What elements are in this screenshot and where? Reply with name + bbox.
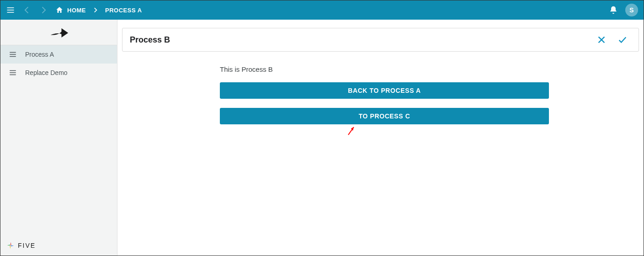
- sidebar-item-process-a[interactable]: Process A: [0, 45, 117, 64]
- sidebar-top: [0, 20, 117, 45]
- svg-marker-11: [10, 245, 11, 249]
- page-title: Process B: [130, 35, 589, 45]
- svg-marker-10: [11, 245, 14, 246]
- svg-marker-12: [7, 245, 11, 245]
- home-icon: [55, 6, 64, 14]
- body: Process A Replace Demo FIVE: [0, 20, 644, 256]
- share-arrow-icon[interactable]: [49, 26, 69, 39]
- bell-icon[interactable]: [609, 5, 618, 15]
- close-icon[interactable]: [593, 33, 610, 47]
- hamburger-icon: [9, 50, 17, 59]
- check-icon[interactable]: [614, 33, 631, 47]
- breadcrumb-home-label: HOME: [67, 7, 86, 14]
- svg-marker-9: [11, 242, 11, 246]
- sidebar-items: Process A Replace Demo: [0, 45, 117, 235]
- breadcrumb-current[interactable]: PROCESS A: [105, 7, 142, 14]
- breadcrumb-current-label: PROCESS A: [105, 7, 142, 14]
- top-bar: HOME PROCESS A S: [0, 0, 644, 20]
- sidebar: Process A Replace Demo FIVE: [0, 20, 117, 256]
- breadcrumb: HOME PROCESS A: [55, 6, 142, 14]
- annotation-arrow-icon: [347, 125, 356, 136]
- sidebar-item-label: Replace Demo: [25, 69, 68, 76]
- svg-line-15: [348, 127, 354, 135]
- menu-icon[interactable]: [6, 5, 15, 15]
- avatar[interactable]: S: [625, 4, 638, 16]
- svg-marker-16: [351, 127, 354, 131]
- chevron-right-icon: [92, 7, 99, 13]
- brand-label: FIVE: [18, 242, 36, 249]
- back-arrow-icon[interactable]: [22, 5, 32, 15]
- panel-header: Process B: [122, 28, 639, 52]
- avatar-initial: S: [629, 6, 633, 14]
- five-logo-icon: FIVE: [6, 241, 36, 250]
- sidebar-item-label: Process A: [25, 51, 54, 58]
- forward-arrow-icon[interactable]: [39, 5, 48, 15]
- breadcrumb-home[interactable]: HOME: [55, 6, 86, 14]
- hamburger-icon: [9, 69, 17, 77]
- to-process-c-button[interactable]: TO PROCESS C: [220, 108, 549, 124]
- sidebar-footer: FIVE: [0, 235, 117, 256]
- process-description: This is Process B: [220, 65, 549, 73]
- back-to-process-a-button[interactable]: BACK TO PROCESS A: [220, 82, 549, 99]
- sidebar-item-replace-demo[interactable]: Replace Demo: [0, 64, 117, 82]
- panel-content: This is Process B BACK TO PROCESS A TO P…: [122, 52, 639, 124]
- main-area: Process B This is Process B BACK TO PROC…: [117, 20, 644, 256]
